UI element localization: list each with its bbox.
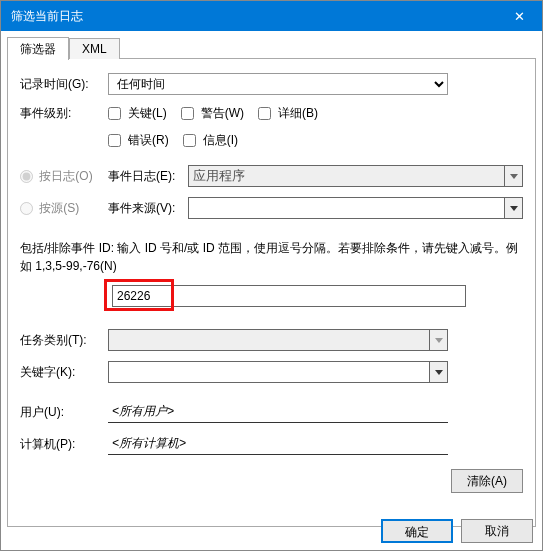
tab-bar: 筛选器 XML xyxy=(7,37,536,59)
close-button[interactable]: ✕ xyxy=(497,1,542,31)
dialog-footer: 确定 取消 xyxy=(381,519,533,543)
event-logs-combo xyxy=(188,165,523,187)
label-keywords: 关键字(K): xyxy=(20,364,108,381)
tab-filter[interactable]: 筛选器 xyxy=(7,37,69,60)
check-information-label[interactable]: 信息(I) xyxy=(183,132,238,149)
window-title: 筛选当前日志 xyxy=(11,8,83,25)
chevron-down-icon[interactable] xyxy=(429,362,447,382)
check-information[interactable] xyxy=(183,134,196,147)
close-icon: ✕ xyxy=(514,9,525,24)
label-event-sources: 事件来源(V): xyxy=(108,200,188,217)
chevron-down-icon xyxy=(429,330,447,350)
computer-input[interactable] xyxy=(108,433,448,455)
event-sources-combo[interactable] xyxy=(188,197,523,219)
cancel-button[interactable]: 取消 xyxy=(461,519,533,543)
label-logged: 记录时间(G): xyxy=(20,76,108,93)
task-category-combo xyxy=(108,329,448,351)
check-critical[interactable] xyxy=(108,107,121,120)
keywords-combo[interactable] xyxy=(108,361,448,383)
titlebar: 筛选当前日志 ✕ xyxy=(1,1,542,31)
label-computer: 计算机(P): xyxy=(20,436,108,453)
check-warning-label[interactable]: 警告(W) xyxy=(181,105,244,122)
radio-by-log xyxy=(20,170,33,183)
task-category-input xyxy=(109,330,429,350)
check-critical-label[interactable]: 关键(L) xyxy=(108,105,167,122)
radio-by-source xyxy=(20,202,33,215)
event-sources-input[interactable] xyxy=(189,198,504,218)
check-warning[interactable] xyxy=(181,107,194,120)
level-checks-2: 错误(R) 信息(I) xyxy=(108,132,238,149)
radio-by-log-label: 按日志(O) xyxy=(20,168,108,185)
chevron-down-icon[interactable] xyxy=(504,198,522,218)
radio-by-source-label: 按源(S) xyxy=(20,200,108,217)
level-checks: 关键(L) 警告(W) 详细(B) xyxy=(108,105,318,122)
event-id-input[interactable] xyxy=(112,285,466,307)
event-id-row xyxy=(20,285,523,315)
clear-button[interactable]: 清除(A) xyxy=(451,469,523,493)
ok-button[interactable]: 确定 xyxy=(381,519,453,543)
event-id-hint: 包括/排除事件 ID: 输入 ID 号和/或 ID 范围，使用逗号分隔。若要排除… xyxy=(20,239,523,275)
keywords-input[interactable] xyxy=(109,362,429,382)
check-verbose-label[interactable]: 详细(B) xyxy=(258,105,318,122)
event-logs-input xyxy=(189,166,504,186)
check-verbose[interactable] xyxy=(258,107,271,120)
check-error[interactable] xyxy=(108,134,121,147)
label-event-logs: 事件日志(E): xyxy=(108,168,188,185)
logged-time-select[interactable]: 任何时间 xyxy=(108,73,448,95)
chevron-down-icon xyxy=(504,166,522,186)
label-user: 用户(U): xyxy=(20,404,108,421)
user-input[interactable] xyxy=(108,401,448,423)
filter-panel: 记录时间(G): 任何时间 事件级别: 关键(L) 警告(W) 详细(B) 错误… xyxy=(7,59,536,527)
label-level: 事件级别: xyxy=(20,105,108,122)
check-error-label[interactable]: 错误(R) xyxy=(108,132,169,149)
content-area: 筛选器 XML 记录时间(G): 任何时间 事件级别: 关键(L) 警告(W) … xyxy=(1,31,542,537)
label-task-category: 任务类别(T): xyxy=(20,332,108,349)
tab-xml[interactable]: XML xyxy=(69,38,120,59)
